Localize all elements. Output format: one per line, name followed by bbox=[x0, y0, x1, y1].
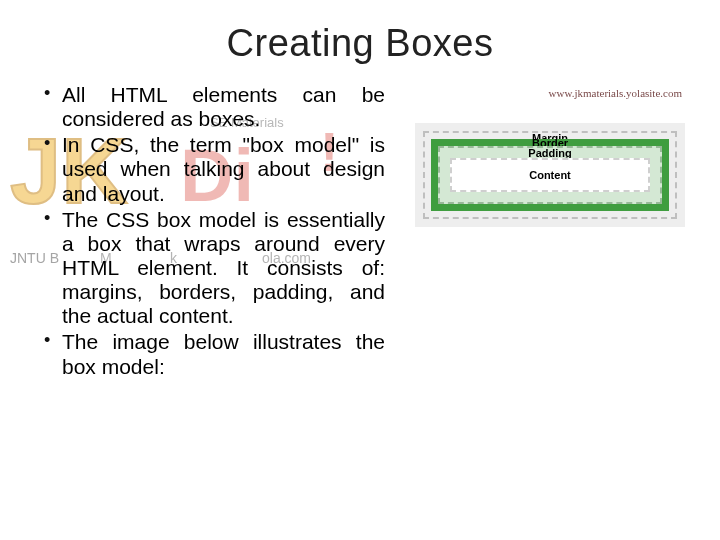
bullet-list: All HTML elements can be considered as b… bbox=[40, 83, 385, 379]
box-model-content: Content bbox=[450, 158, 650, 192]
slide-body: JK Di ! JNTU B M k ola.com SE Materials … bbox=[0, 83, 720, 381]
watermark-url: www.jkmaterials.yolasite.com bbox=[549, 87, 682, 99]
box-model-margin: Margin Border Padding Content bbox=[415, 123, 685, 227]
label-content: Content bbox=[529, 169, 571, 181]
box-model-diagram: Margin Border Padding Content bbox=[415, 123, 685, 227]
box-model-margin-inner: Margin Border Padding Content bbox=[423, 131, 677, 219]
slide-title: Creating Boxes bbox=[0, 22, 720, 65]
slide: Creating Boxes JK Di ! JNTU B M k ola.co… bbox=[0, 22, 720, 540]
bullet-item: The image below illustrates the box mode… bbox=[40, 330, 385, 378]
bullet-item: The CSS box model is essentially a box t… bbox=[40, 208, 385, 329]
image-column: www.jkmaterials.yolasite.com Margin Bord… bbox=[385, 83, 688, 227]
box-model-padding: Padding Content bbox=[438, 146, 662, 204]
bullet-item: All HTML elements can be considered as b… bbox=[40, 83, 385, 131]
bullet-item: In CSS, the term "box model" is used whe… bbox=[40, 133, 385, 205]
box-model-border: Border Padding Content bbox=[431, 139, 669, 211]
text-column: JK Di ! JNTU B M k ola.com SE Materials … bbox=[40, 83, 385, 381]
